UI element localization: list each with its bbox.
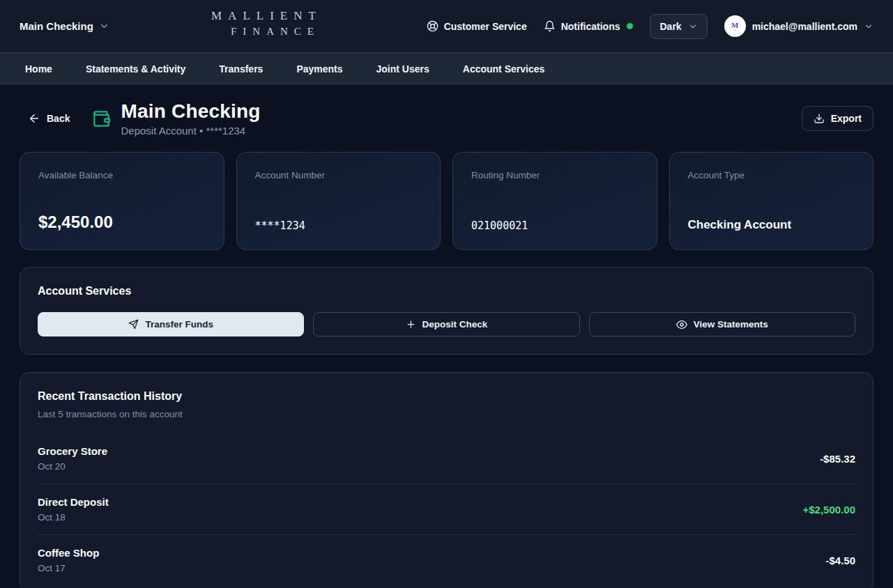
account-stat-cards: Available Balance $2,450.00 Account Numb… [20, 152, 873, 250]
notification-dot [627, 23, 633, 29]
user-email-label: michael@mallient.com [752, 21, 857, 32]
send-icon [128, 319, 139, 330]
theme-selector-label: Dark [659, 21, 681, 32]
customer-service-button[interactable]: Customer Service [427, 20, 527, 32]
transaction-name: Grocery Store [38, 445, 107, 457]
stat-label: Routing Number [471, 170, 639, 180]
notifications-label: Notifications [561, 21, 620, 32]
deposit-check-label: Deposit Check [422, 319, 488, 330]
account-type-card: Account Type Checking Account [669, 152, 874, 250]
available-balance-value: $2,450.00 [38, 212, 206, 232]
transaction-name: Direct Deposit [38, 496, 109, 508]
customer-service-label: Customer Service [444, 21, 527, 32]
top-header: Main Checking MALLIENT FINANCE Customer … [0, 0, 893, 52]
download-icon [814, 113, 825, 124]
page-header: Back Main Checking Deposit Account • ***… [20, 100, 873, 137]
header-actions: Customer Service Notifications Dark M ▪▪… [427, 14, 873, 39]
nav-item-account-services[interactable]: Account Services [463, 63, 545, 75]
transaction-row: Grocery Store Oct 20 -$85.32 [38, 433, 855, 483]
avatar-logo-subtext: ▪▪▪ [734, 29, 736, 31]
avatar: M ▪▪▪ [724, 15, 746, 37]
nav-item-transfers[interactable]: Transfers [219, 63, 263, 75]
account-title-block: Main Checking Deposit Account • ****1234 [121, 100, 260, 137]
services-panel-title: Account Services [38, 285, 855, 297]
view-statements-label: View Statements [694, 319, 768, 330]
chevron-down-icon [864, 22, 873, 31]
stat-label: Account Type [688, 170, 855, 180]
arrow-left-icon [28, 112, 40, 125]
transaction-row: Direct Deposit Oct 18 +$2,500.00 [38, 483, 855, 534]
account-number-card: Account Number ****1234 [236, 152, 441, 250]
transactions-panel-subtitle: Last 5 transactions on this account [38, 409, 855, 419]
transaction-date: Oct 18 [38, 512, 109, 523]
transaction-date: Oct 17 [38, 563, 99, 573]
transaction-info: Direct Deposit Oct 18 [38, 496, 109, 523]
recent-transactions-panel: Recent Transaction History Last 5 transa… [20, 372, 873, 588]
routing-number-card: Routing Number 021000021 [452, 152, 657, 250]
back-button[interactable]: Back [28, 112, 70, 125]
brand-logo-line2: FINANCE [231, 26, 342, 38]
plus-icon [406, 319, 416, 330]
nav-item-home[interactable]: Home [25, 63, 52, 75]
account-selector-label: Main Checking [20, 20, 93, 32]
export-label: Export [831, 113, 862, 124]
user-menu-dropdown[interactable]: M ▪▪▪ michael@mallient.com [724, 15, 873, 37]
services-button-row: Transfer Funds Deposit Check View Statem… [38, 312, 855, 336]
page-content: Back Main Checking Deposit Account • ***… [0, 100, 893, 588]
avatar-logo-glyph: M [731, 22, 738, 29]
lifebuoy-icon [427, 20, 438, 32]
export-button[interactable]: Export [802, 106, 873, 131]
account-services-panel: Account Services Transfer Funds Deposit … [20, 267, 873, 355]
chevron-down-icon [99, 21, 109, 31]
account-type-value: Checking Account [688, 218, 855, 232]
account-number-value: ****1234 [255, 219, 422, 232]
stat-label: Available Balance [38, 170, 206, 180]
transaction-info: Grocery Store Oct 20 [38, 445, 107, 472]
transaction-date: Oct 20 [38, 461, 107, 472]
transaction-list: Grocery Store Oct 20 -$85.32 Direct Depo… [38, 433, 855, 585]
chevron-down-icon [688, 22, 698, 31]
theme-selector-dropdown[interactable]: Dark [650, 14, 707, 39]
bell-icon [544, 20, 556, 32]
back-label: Back [47, 113, 70, 124]
page-title: Main Checking [121, 100, 260, 123]
eye-icon [676, 319, 687, 330]
available-balance-card: Available Balance $2,450.00 [20, 152, 224, 250]
page-subtitle: Deposit Account • ****1234 [121, 125, 260, 137]
stat-label: Account Number [255, 170, 422, 180]
nav-item-statements-activity[interactable]: Statements & Activity [86, 63, 185, 75]
transaction-row: Coffee Shop Oct 17 -$4.50 [38, 534, 855, 585]
wallet-icon [92, 109, 111, 128]
brand-logo-line1: MALLIENT [211, 9, 322, 23]
nav-item-joint-users[interactable]: Joint Users [376, 63, 429, 75]
account-selector-dropdown[interactable]: Main Checking [20, 20, 109, 32]
view-statements-button[interactable]: View Statements [589, 312, 855, 336]
transaction-amount: -$85.32 [820, 453, 855, 465]
transactions-panel-title: Recent Transaction History [38, 390, 855, 403]
transaction-amount: -$4.50 [825, 555, 855, 566]
transfer-funds-button[interactable]: Transfer Funds [38, 312, 304, 336]
notifications-button[interactable]: Notifications [544, 20, 634, 32]
transaction-info: Coffee Shop Oct 17 [38, 547, 99, 573]
brand-logo: MALLIENT FINANCE [211, 9, 322, 38]
transfer-funds-label: Transfer Funds [145, 319, 213, 330]
account-title-group: Main Checking Deposit Account • ****1234 [92, 100, 260, 137]
transaction-name: Coffee Shop [38, 547, 99, 559]
main-nav: Home Statements & Activity Transfers Pay… [0, 52, 893, 85]
transaction-amount: +$2,500.00 [803, 504, 856, 516]
nav-item-payments[interactable]: Payments [296, 63, 342, 75]
routing-number-value: 021000021 [471, 219, 639, 232]
deposit-check-button[interactable]: Deposit Check [313, 312, 579, 336]
